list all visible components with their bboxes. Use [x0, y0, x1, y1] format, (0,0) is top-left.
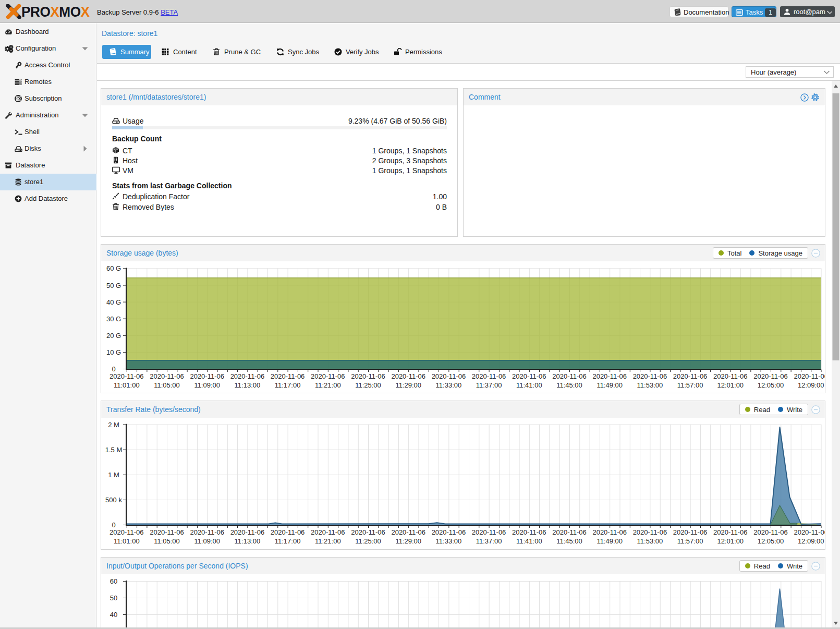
svg-text:1.5 M: 1.5 M: [105, 446, 123, 454]
svg-text:2020-11-06: 2020-11-06: [432, 528, 466, 536]
svg-text:11:57:00: 11:57:00: [677, 381, 703, 389]
svg-text:2020-11-06: 2020-11-06: [311, 372, 345, 380]
svg-text:12:09:00: 12:09:00: [798, 537, 824, 545]
svg-text:11:37:00: 11:37:00: [476, 381, 502, 389]
svg-text:11:09:00: 11:09:00: [194, 537, 220, 545]
svg-text:2020-11-06: 2020-11-06: [271, 528, 305, 536]
svg-text:2020-11-06: 2020-11-06: [512, 528, 546, 536]
svg-text:2 M: 2 M: [108, 421, 119, 429]
svg-text:2020-11-06: 2020-11-06: [552, 528, 587, 536]
svg-text:2020-11-06: 2020-11-06: [472, 372, 506, 380]
svg-text:2020-11-06: 2020-11-06: [351, 528, 385, 536]
svg-text:11:01:00: 11:01:00: [114, 537, 140, 545]
svg-text:2020-11-06: 2020-11-06: [150, 528, 184, 536]
svg-text:2020-11-06: 2020-11-06: [109, 372, 144, 380]
svg-text:2020-11-06: 2020-11-06: [190, 528, 224, 536]
svg-text:12:09:00: 12:09:00: [798, 381, 824, 389]
svg-text:12:05:00: 12:05:00: [758, 381, 784, 389]
svg-text:60: 60: [110, 577, 117, 585]
svg-text:12:05:00: 12:05:00: [758, 537, 784, 545]
svg-text:11:53:00: 11:53:00: [637, 537, 663, 545]
svg-text:11:05:00: 11:05:00: [154, 381, 180, 389]
svg-text:11:09:00: 11:09:00: [194, 381, 220, 389]
svg-text:2020-11-06: 2020-11-06: [753, 528, 788, 536]
svg-text:11:37:00: 11:37:00: [476, 537, 502, 545]
svg-text:12:01:00: 12:01:00: [717, 537, 744, 545]
svg-text:2020-11-06: 2020-11-06: [633, 372, 667, 380]
svg-text:11:01:00: 11:01:00: [114, 381, 140, 389]
svg-text:10 G: 10 G: [106, 348, 121, 356]
svg-text:2020-11-06: 2020-11-06: [109, 528, 144, 536]
svg-text:2020-11-06: 2020-11-06: [794, 528, 825, 536]
svg-text:60 G: 60 G: [106, 264, 121, 272]
svg-text:2020-11-06: 2020-11-06: [150, 372, 184, 380]
svg-text:11:57:00: 11:57:00: [677, 537, 703, 545]
svg-text:20 G: 20 G: [106, 332, 121, 340]
svg-text:11:41:00: 11:41:00: [516, 381, 542, 389]
svg-text:40 G: 40 G: [106, 298, 121, 306]
svg-text:2020-11-06: 2020-11-06: [311, 528, 345, 536]
svg-text:2020-11-06: 2020-11-06: [592, 372, 627, 380]
svg-text:11:33:00: 11:33:00: [436, 381, 462, 389]
svg-text:11:29:00: 11:29:00: [395, 537, 421, 545]
svg-text:2020-11-06: 2020-11-06: [552, 372, 587, 380]
svg-text:40: 40: [110, 611, 117, 619]
svg-text:2020-11-06: 2020-11-06: [230, 372, 265, 380]
svg-text:2020-11-06: 2020-11-06: [794, 372, 825, 380]
svg-text:11:05:00: 11:05:00: [154, 537, 180, 545]
svg-text:50: 50: [110, 594, 117, 602]
svg-text:50 G: 50 G: [106, 282, 121, 289]
svg-text:2020-11-06: 2020-11-06: [391, 372, 425, 380]
svg-text:11:29:00: 11:29:00: [395, 381, 421, 389]
svg-text:2020-11-06: 2020-11-06: [391, 528, 425, 536]
svg-text:11:45:00: 11:45:00: [556, 537, 582, 545]
svg-text:11:21:00: 11:21:00: [315, 537, 341, 545]
svg-text:0: 0: [112, 365, 115, 373]
svg-text:11:49:00: 11:49:00: [596, 537, 623, 545]
svg-text:500 k: 500 k: [105, 496, 122, 504]
svg-text:11:21:00: 11:21:00: [315, 381, 341, 389]
svg-text:12:01:00: 12:01:00: [717, 381, 744, 389]
svg-text:2020-11-06: 2020-11-06: [753, 372, 788, 380]
svg-text:2020-11-06: 2020-11-06: [633, 528, 667, 536]
svg-text:11:17:00: 11:17:00: [275, 537, 301, 545]
svg-text:0: 0: [112, 521, 115, 529]
svg-text:2020-11-06: 2020-11-06: [351, 372, 385, 380]
svg-text:30 G: 30 G: [106, 315, 121, 323]
svg-text:2020-11-06: 2020-11-06: [713, 528, 748, 536]
svg-text:2020-11-06: 2020-11-06: [592, 528, 627, 536]
svg-text:11:25:00: 11:25:00: [355, 381, 381, 389]
svg-text:2020-11-06: 2020-11-06: [271, 372, 305, 380]
svg-text:11:45:00: 11:45:00: [556, 381, 582, 389]
svg-text:11:13:00: 11:13:00: [235, 381, 261, 389]
svg-text:11:25:00: 11:25:00: [355, 537, 381, 545]
svg-text:2020-11-06: 2020-11-06: [230, 528, 265, 536]
svg-text:11:53:00: 11:53:00: [637, 381, 663, 389]
svg-text:2020-11-06: 2020-11-06: [190, 372, 224, 380]
svg-text:2020-11-06: 2020-11-06: [512, 372, 546, 380]
svg-text:2020-11-06: 2020-11-06: [673, 372, 708, 380]
svg-text:1 M: 1 M: [108, 471, 119, 479]
svg-text:2020-11-06: 2020-11-06: [673, 528, 708, 536]
svg-text:2020-11-06: 2020-11-06: [713, 372, 748, 380]
svg-text:2020-11-06: 2020-11-06: [432, 372, 466, 380]
svg-text:11:49:00: 11:49:00: [596, 381, 623, 389]
svg-text:11:17:00: 11:17:00: [275, 381, 301, 389]
svg-text:11:33:00: 11:33:00: [436, 537, 462, 545]
svg-text:11:13:00: 11:13:00: [235, 537, 261, 545]
svg-text:11:41:00: 11:41:00: [516, 537, 542, 545]
svg-text:2020-11-06: 2020-11-06: [472, 528, 506, 536]
